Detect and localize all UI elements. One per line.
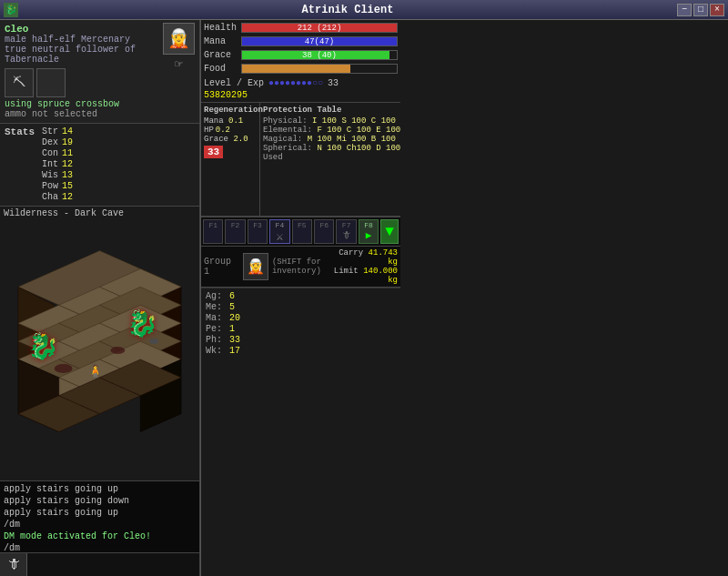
map-svg: 🐉 🐉 🐉 🐉 🧍 <box>0 220 199 480</box>
hotkey-f6[interactable]: F6 <box>314 219 334 244</box>
level-exp-row: Level / Exp ●●●●●●●●○○ 33 <box>204 78 398 88</box>
prot-row-2: Magical: M 100 Mi 100 B 100 P 100 F 100 <box>263 135 400 144</box>
window-title: Atrinik Client <box>18 4 677 16</box>
prot-row-1: Elemental: F 100 C 100 E 100 P 100 A 100 <box>263 126 400 135</box>
skill-group-display: Ag:6 Me:5 Ma:20 Pe:1 Ph:33 Wk:17 <box>201 288 400 576</box>
minimize-button[interactable]: − <box>677 4 692 16</box>
stats-bars-section: Health 212 (212) Mana 47(47) Grace <box>201 20 400 103</box>
skill-me: Me:5 <box>206 302 396 312</box>
right-column: Health 212 (212) Mana 47(47) Grace <box>200 20 400 576</box>
carry-label: Carry <box>339 248 363 258</box>
food-label: Food <box>204 64 238 74</box>
hp-regen: HP 0.2 <box>204 126 257 135</box>
stats-title: Stats <box>5 126 35 201</box>
exp-number: 53820295 <box>204 90 248 100</box>
chat-area: apply stairs going upapply stairs going … <box>0 480 199 576</box>
svg-point-18 <box>55 364 73 373</box>
food-bar: Food <box>204 64 398 74</box>
item-ammo: ammo not selected <box>5 109 195 119</box>
health-bar: Health 212 (212) <box>204 23 398 33</box>
chat-input[interactable] <box>27 553 199 576</box>
grace-regen: Grace 2.0 <box>204 135 257 144</box>
mana-bar: Mana 47(47) <box>204 36 398 46</box>
chat-log: apply stairs going upapply stairs going … <box>0 481 199 552</box>
stats-list: Str14 Dex19 Con11 Int12 Wis13 Pow15 Cha1… <box>42 126 76 203</box>
main-layout: Cleo male half-elf Mercenary true neutra… <box>0 20 728 576</box>
mana-regen: Mana 0.1 <box>204 116 257 126</box>
stat-pow: Pow15 <box>42 181 76 191</box>
stat-cha: Cha12 <box>42 192 76 202</box>
hotkey-f1[interactable]: F1 <box>203 219 223 244</box>
hotbar: F1 F2 F3 F4⚔ F5 F6 F7🗡 F8▶ ▼ <box>201 217 400 247</box>
limit-label: Limit <box>334 267 359 276</box>
skill-wk: Wk:17 <box>206 346 396 356</box>
grace-value: 38 (40) <box>242 51 397 61</box>
svg-text:🐉: 🐉 <box>126 308 158 339</box>
stats-section: Stats Str14 Dex19 Con11 Int12 Wis13 Pow1… <box>0 124 199 207</box>
weapon-slot[interactable]: ⛏ <box>5 68 34 97</box>
chat-icon: 🗡 <box>0 553 27 576</box>
hotkey-f5[interactable]: F5 <box>292 219 312 244</box>
close-button[interactable]: × <box>710 4 724 16</box>
prot-row-0: Physical: I 100 S 100 C 100 P 100 W 100 <box>263 116 400 126</box>
app-icon: 🐉 <box>4 3 18 17</box>
group-label: Group 1 <box>204 257 239 277</box>
protection-panel: Protection Table Physical: I 100 S 100 C… <box>260 103 400 216</box>
protection-title: Protection Table <box>263 106 400 115</box>
prot-row-3: Spherical: N 100 Ch100 D 100 Sp100 Co100 <box>263 144 400 153</box>
left-panel: Cleo male half-elf Mercenary true neutra… <box>0 20 200 576</box>
svg-point-19 <box>110 347 125 354</box>
chat-input-row: 🗡 <box>0 552 199 576</box>
offhand-slot[interactable] <box>36 68 66 97</box>
limit-value: 140.000 kg <box>363 267 398 285</box>
skill-ma: Ma:20 <box>206 313 396 323</box>
stat-dex: Dex19 <box>42 137 76 147</box>
scroll-down-button[interactable]: ▼ <box>380 219 399 244</box>
item-slots: ⛏ <box>5 68 195 97</box>
health-value: 212 (212) <box>242 24 397 34</box>
group-row: Group 1 🧝 (SHIFT for inventory) Carry 41… <box>201 247 400 288</box>
exp-value-row: 53820295 <box>204 90 398 100</box>
stat-str: Str14 <box>42 126 76 136</box>
hotkey-f2[interactable]: F2 <box>225 219 245 244</box>
avatar: 🧝 <box>163 23 195 55</box>
mana-label: Mana <box>204 36 238 46</box>
item-description: using spruce crossbow <box>5 99 195 109</box>
carry-value: 41.743 kg <box>369 248 398 267</box>
cursor-icon: ☞ <box>175 56 182 72</box>
hotkey-f8[interactable]: F8▶ <box>359 219 379 244</box>
titlebar-left: 🐉 <box>4 3 18 17</box>
game-viewport[interactable]: Wilderness - Dark Cave <box>0 207 199 480</box>
mana-value: 47(47) <box>242 37 397 47</box>
stat-con: Con11 <box>42 148 76 158</box>
window-controls: − □ × <box>677 4 724 16</box>
hotkey-f4[interactable]: F4⚔ <box>269 219 289 244</box>
char-inventory-slot[interactable]: 🧝 <box>243 253 268 280</box>
grace-label: Grace <box>204 50 238 60</box>
exp-dots: ●●●●●●●●○○ <box>268 78 323 88</box>
health-label: Health <box>204 23 238 33</box>
skill-ph: Ph:33 <box>206 335 396 345</box>
skill-ag: Ag:6 <box>206 291 396 301</box>
stat-wis: Wis13 <box>42 170 76 180</box>
grace-bar: Grace 38 (40) <box>204 50 398 60</box>
titlebar: 🐉 Atrinik Client − □ × <box>0 0 728 20</box>
inv-hint: (SHIFT for inventory) <box>272 258 321 276</box>
carry-info: Carry 41.743 kg Limit 140.000 kg <box>325 248 398 285</box>
svg-text:🐉: 🐉 <box>27 331 59 362</box>
skill-pe: Pe:1 <box>206 324 396 334</box>
character-info: Cleo male half-elf Mercenary true neutra… <box>0 20 199 124</box>
level-value: 33 <box>328 78 339 88</box>
regen-panel: Regeneration Mana 0.1 HP 0.2 Grace 2.0 3… <box>201 103 260 216</box>
used-label: Used <box>263 153 400 162</box>
stat-int: Int12 <box>42 159 76 169</box>
hp-badge: 33 <box>204 146 223 158</box>
map-location: Wilderness - Dark Cave <box>4 208 124 218</box>
hotkey-f7[interactable]: F7🗡 <box>336 219 356 244</box>
maximize-button[interactable]: □ <box>693 4 708 16</box>
hotkey-f3[interactable]: F3 <box>248 219 268 244</box>
regen-title: Regeneration <box>204 106 257 115</box>
